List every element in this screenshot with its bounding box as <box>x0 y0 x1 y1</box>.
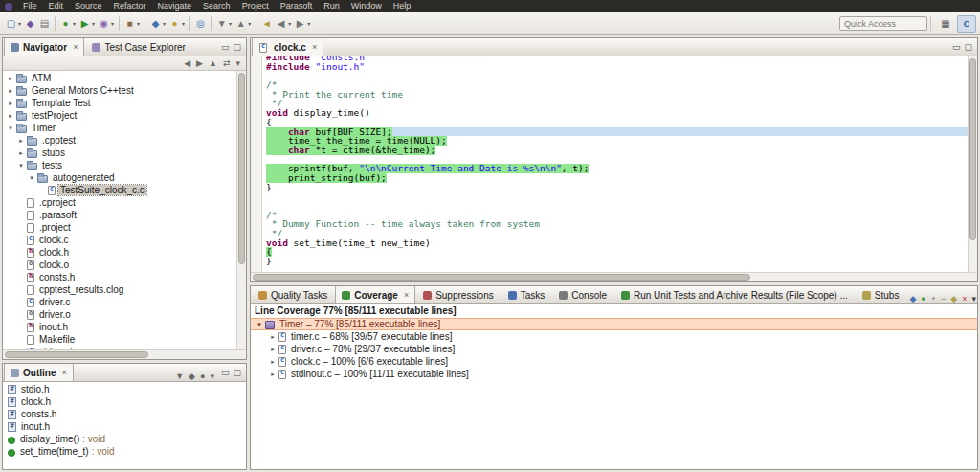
outline-item-set-time-time-t[interactable]: set_time(time_t) : void <box>3 445 246 458</box>
maximize-icon[interactable]: ▢ <box>964 42 972 52</box>
search-icon[interactable]: ◎ <box>193 15 208 33</box>
expander-closed-icon[interactable]: ▸ <box>16 134 26 146</box>
menu-help[interactable]: Help <box>388 0 417 12</box>
view-menu-icon[interactable]: ▾ <box>208 371 216 381</box>
navigator-vscrollbar[interactable] <box>236 71 246 349</box>
tree-item-cpptest-results-clog[interactable]: cpptest_results.clog <box>3 283 236 296</box>
tree-item-template-test[interactable]: ▸Template Test <box>3 97 236 109</box>
tree-item-inout-h[interactable]: inout.h <box>3 321 236 333</box>
sort-icon[interactable]: ▼ <box>173 371 186 381</box>
coverage-row-stdinout-c[interactable]: ▸stdinout.c – 100% [11/11 executable lin… <box>251 368 977 380</box>
coverage-row-timer-c[interactable]: ▸timer.c – 68% [39/57 executable lines] <box>251 330 977 343</box>
hide-static-icon[interactable]: ● <box>198 371 207 381</box>
tab-navigator[interactable]: Navigator × <box>4 37 84 56</box>
clear-coverage-icon[interactable]: × <box>960 294 969 303</box>
tab-outline[interactable]: Outline × <box>4 363 74 381</box>
coverage-row-clock-c[interactable]: ▸clock.c – 100% [6/6 executable lines] <box>251 355 977 368</box>
tree-item-autogenerated[interactable]: ▾autogenerated <box>3 171 236 184</box>
expander-closed-icon[interactable]: ▸ <box>6 84 15 97</box>
tab-coverage[interactable]: Coverage× <box>335 285 415 303</box>
back-icon[interactable]: ◀ <box>274 15 288 33</box>
tab-console[interactable]: Console <box>552 285 613 303</box>
outline-item-display-time[interactable]: display_time() : void <box>3 433 246 445</box>
debug-icon[interactable]: ● <box>58 15 73 33</box>
link-with-editor-icon[interactable]: ⇄ <box>221 58 233 68</box>
debug-dropdown-icon[interactable]: ▾ <box>73 20 76 27</box>
profile-dropdown-icon[interactable]: ▾ <box>111 20 114 27</box>
tree-item-clock-o[interactable]: clock.o <box>3 258 236 271</box>
menu-source[interactable]: Source <box>69 0 108 12</box>
expander-closed-icon[interactable]: ▸ <box>268 343 278 355</box>
tab-tasks[interactable]: Tasks <box>501 285 552 303</box>
refresh-icon[interactable]: ● <box>919 294 927 303</box>
expand-all-icon[interactable]: + <box>929 294 938 303</box>
expander-closed-icon[interactable]: ▸ <box>6 109 15 122</box>
tab-suppressions[interactable]: Suppressions <box>416 285 501 303</box>
menu-file[interactable]: File <box>17 0 43 12</box>
editor-hscrollbar[interactable] <box>251 272 977 281</box>
collapse-all-icon[interactable]: ▲ <box>207 58 219 68</box>
code-editor[interactable]: #include "consts.h"#include "inout.h"/* … <box>262 56 968 272</box>
last-edit-icon[interactable]: ◄ <box>259 15 274 33</box>
menu-project[interactable]: Project <box>236 0 275 12</box>
tree-item-cproject[interactable]: .cproject <box>3 196 236 209</box>
close-icon[interactable]: × <box>312 42 317 52</box>
tree-item-stubs[interactable]: ▸stubs <box>3 146 236 159</box>
view-menu-icon[interactable]: ▾ <box>969 294 978 303</box>
forward-icon[interactable]: ▶ <box>293 15 307 33</box>
tree-item-testsuite-clock-c-c[interactable]: TestSuite_clock_c.c <box>3 184 236 196</box>
tree-item-clock-c[interactable]: clock.c <box>3 234 236 246</box>
collapse-all-icon[interactable]: − <box>939 294 947 303</box>
menu-parasoft[interactable]: Parasoft <box>275 0 319 12</box>
cpp-perspective-icon[interactable]: C <box>957 15 976 33</box>
next-annotation-dropdown-icon[interactable]: ▾ <box>229 20 232 27</box>
outline-item-consts-h[interactable]: consts.h <box>3 408 246 420</box>
maximize-icon[interactable]: ▢ <box>233 42 241 52</box>
prev-annotation-dropdown-icon[interactable]: ▾ <box>248 20 251 27</box>
analyze-icon[interactable]: ● <box>167 15 182 33</box>
filter-icon[interactable]: ◆ <box>948 294 959 303</box>
expander-closed-icon[interactable]: ▸ <box>16 146 26 159</box>
tree-item-cpptest[interactable]: ▸.cpptest <box>3 134 236 146</box>
outline-item-stdio-h[interactable]: stdio.h <box>3 383 246 395</box>
profile-icon[interactable]: ◉ <box>97 15 111 33</box>
expander-open-icon[interactable]: ▾ <box>255 318 264 330</box>
menu-run[interactable]: Run <box>318 0 345 12</box>
close-icon[interactable]: × <box>404 290 409 300</box>
scrollbar-thumb[interactable] <box>238 73 245 264</box>
next-annotation-icon[interactable]: ▼ <box>214 15 229 33</box>
maximize-icon[interactable]: ▢ <box>233 368 241 377</box>
forward-icon[interactable]: ▶ <box>194 58 205 68</box>
expander-open-icon[interactable]: ▾ <box>6 122 15 134</box>
test-dropdown-icon[interactable]: ▾ <box>163 20 166 27</box>
view-menu-icon[interactable]: ▾ <box>234 58 242 68</box>
navigator-hscrollbar[interactable] <box>3 349 246 359</box>
editor-gutter[interactable] <box>251 56 262 272</box>
tab-run-unit-tests-and-archive-results-file-scope[interactable]: Run Unit Tests and Archive Results (File… <box>614 285 855 303</box>
new-icon[interactable]: ▢ <box>4 15 18 33</box>
analyze-dropdown-icon[interactable]: ▾ <box>182 20 185 27</box>
tree-item-testproject[interactable]: ▸testProject <box>3 109 236 122</box>
outline-item-inout-h[interactable]: inout.h <box>3 420 246 433</box>
export-report-icon[interactable]: ◆ <box>907 294 918 303</box>
test-icon[interactable]: ◆ <box>148 15 163 33</box>
forward-dropdown-icon[interactable]: ▾ <box>307 20 310 27</box>
minimize-icon[interactable]: ▭ <box>221 42 230 52</box>
tree-item-general-motors-c-test[interactable]: ▸General Motors C++test <box>3 84 236 97</box>
expander-closed-icon[interactable]: ▸ <box>268 330 278 343</box>
tree-item-makefile[interactable]: Makefile <box>3 333 236 346</box>
build-dropdown-icon[interactable]: ▾ <box>137 20 140 27</box>
minimize-icon[interactable]: ▭ <box>221 368 230 377</box>
menu-window[interactable]: Window <box>345 0 388 12</box>
menu-navigate[interactable]: Navigate <box>152 0 198 12</box>
tree-item-driver-o[interactable]: driver.o <box>3 308 236 321</box>
menu-search[interactable]: Search <box>197 0 236 12</box>
run-dropdown-icon[interactable]: ▾ <box>92 20 95 27</box>
tree-item-atm[interactable]: ▸ATM <box>3 72 236 84</box>
new-dropdown-icon[interactable]: ▾ <box>18 20 21 27</box>
expander-open-icon[interactable]: ▾ <box>27 171 36 184</box>
menu-edit[interactable]: Edit <box>43 0 70 12</box>
menu-refactor[interactable]: Refactor <box>108 0 152 12</box>
coverage-row-timer[interactable]: ▾Timer – 77% [85/111 executable lines] <box>251 318 977 330</box>
tree-item-driver-c[interactable]: driver.c <box>3 296 236 308</box>
